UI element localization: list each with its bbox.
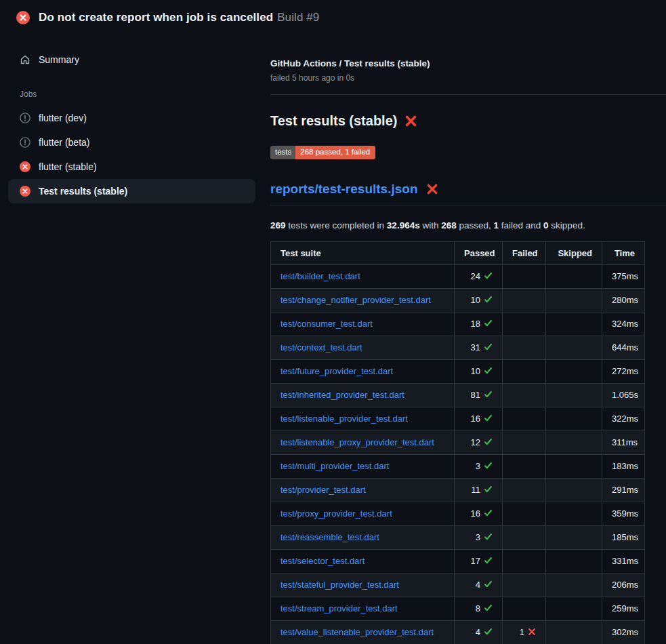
test-suite-cell: test/future_provider_test.dart (271, 359, 455, 383)
time-cell: 185ms (602, 525, 645, 549)
failed-cell (503, 549, 546, 573)
summary-number: 1 (494, 220, 499, 230)
time-cell: 280ms (602, 288, 645, 312)
sidebar-item-summary[interactable]: Summary (8, 47, 255, 72)
check-icon (484, 532, 493, 544)
test-suite-link[interactable]: test/future_provider_test.dart (280, 366, 393, 376)
badge-label: tests (270, 146, 295, 159)
summary-number: 269 (270, 220, 286, 230)
check-icon (484, 319, 493, 330)
sidebar-item-flutter-dev[interactable]: flutter (dev) (8, 106, 255, 130)
summary-number: 0 (543, 220, 549, 230)
table-row: test/value_listenable_provider_test.dart… (271, 620, 645, 644)
report-file-link[interactable]: reports/test-results.json (270, 182, 666, 205)
count-value: 10 (471, 295, 480, 305)
test-suite-cell: test/inherited_provider_test.dart (271, 383, 455, 407)
badge-value: 268 passed, 1 failed (295, 146, 375, 159)
failed-cell (503, 359, 546, 383)
passed-cell: 11 (455, 478, 503, 502)
cross-icon (528, 627, 536, 639)
failed-cross-icon (426, 183, 438, 195)
test-suite-cell: test/reassemble_test.dart (271, 525, 455, 549)
test-suite-link[interactable]: test/stateful_provider_test.dart (280, 580, 399, 590)
count-value: 17 (471, 556, 480, 566)
test-suite-link[interactable]: test/listenable_proxy_provider_test.dart (280, 437, 434, 447)
time-cell: 375ms (602, 264, 645, 288)
test-suite-link[interactable]: test/consumer_test.dart (280, 319, 373, 329)
test-suite-link[interactable]: test/proxy_provider_test.dart (280, 508, 392, 519)
count-value: 18 (471, 319, 480, 329)
skipped-cell (546, 573, 602, 597)
table-row: test/builder_test.dart24375ms (271, 264, 645, 288)
sidebar-item-flutter-beta[interactable]: flutter (beta) (8, 130, 255, 155)
passed-cell: 18 (455, 312, 503, 336)
failed-status-icon (16, 11, 30, 24)
jobs-section-heading: Jobs (8, 72, 255, 106)
time-cell: 322ms (602, 407, 645, 430)
passed-cell: 16 (455, 407, 503, 430)
test-results-table: Test suite Passed Failed Skipped Time te… (270, 241, 645, 644)
sidebar-item-test-results-stable[interactable]: Test results (stable) (8, 179, 255, 203)
summary-number: 32.964s (387, 220, 420, 230)
breadcrumb: GitHub Actions / Test results (stable) (270, 58, 666, 68)
test-suite-cell: test/context_test.dart (271, 336, 455, 359)
failed-cell (503, 454, 546, 478)
passed-cell: 10 (455, 359, 503, 383)
failed-cell (503, 430, 546, 454)
skipped-cell (546, 407, 602, 430)
count-value: 24 (471, 271, 480, 281)
failed-cell: 1 (503, 620, 546, 644)
count-value: 3 (476, 532, 480, 542)
tests-badge: tests 268 passed, 1 failed (270, 146, 375, 159)
test-suite-link[interactable]: test/selector_test.dart (280, 556, 365, 566)
passed-cell: 3 (455, 525, 503, 549)
summary-text: tests were completed in (286, 220, 387, 230)
sidebar-item-label: flutter (beta) (39, 137, 89, 148)
cancelled-status-icon (20, 113, 30, 123)
passed-cell: 12 (455, 430, 503, 454)
test-suite-link[interactable]: test/inherited_provider_test.dart (280, 390, 404, 400)
failed-cell (503, 383, 546, 407)
count-value: 11 (472, 485, 481, 495)
summary-text: passed, (457, 220, 494, 230)
test-suite-link[interactable]: test/provider_test.dart (280, 485, 366, 495)
passed-cell: 10 (455, 288, 503, 312)
skipped-cell (546, 525, 602, 549)
sidebar: Summary Jobs flutter (dev)flutter (beta)… (0, 31, 264, 203)
count-value: 81 (471, 390, 480, 400)
column-header-passed: Passed (455, 241, 503, 264)
summary-number: 268 (441, 220, 457, 230)
section-title-text: Test results (stable) (270, 113, 397, 129)
check-icon (484, 437, 493, 449)
test-suite-link[interactable]: test/stream_provider_test.dart (280, 603, 398, 613)
time-cell: 324ms (602, 312, 645, 336)
time-cell: 302ms (602, 620, 645, 644)
section-title: Test results (stable) (270, 113, 666, 129)
check-icon (484, 342, 493, 354)
test-suite-link[interactable]: test/multi_provider_test.dart (280, 461, 389, 471)
column-header-test-suite: Test suite (271, 241, 455, 264)
run-meta: failed 5 hours ago in 0s (270, 73, 666, 83)
test-suite-link[interactable]: test/builder_test.dart (280, 271, 360, 281)
test-suite-link[interactable]: test/context_test.dart (280, 342, 362, 353)
check-icon (484, 603, 493, 615)
sidebar-item-flutter-stable[interactable]: flutter (stable) (8, 155, 255, 179)
column-header-time: Time (602, 241, 645, 264)
test-suite-link[interactable]: test/listenable_provider_test.dart (280, 414, 408, 424)
time-cell: 359ms (602, 502, 645, 525)
test-suite-link[interactable]: test/value_listenable_provider_test.dart (280, 627, 434, 637)
test-suite-link[interactable]: test/change_notifier_provider_test.dart (280, 295, 431, 305)
test-suite-link[interactable]: test/reassemble_test.dart (280, 532, 379, 542)
passed-cell: 24 (455, 264, 503, 288)
count-value: 1 (520, 627, 524, 637)
count-value: 16 (471, 508, 480, 519)
table-header-row: Test suite Passed Failed Skipped Time (271, 241, 645, 264)
failed-cell (503, 288, 546, 312)
time-cell: 1.065s (602, 383, 645, 407)
failed-cell (503, 264, 546, 288)
skipped-cell (546, 312, 602, 336)
skipped-cell (546, 430, 602, 454)
table-row: test/inherited_provider_test.dart811.065… (271, 383, 645, 407)
skipped-cell (546, 478, 602, 502)
skipped-cell (546, 549, 602, 573)
